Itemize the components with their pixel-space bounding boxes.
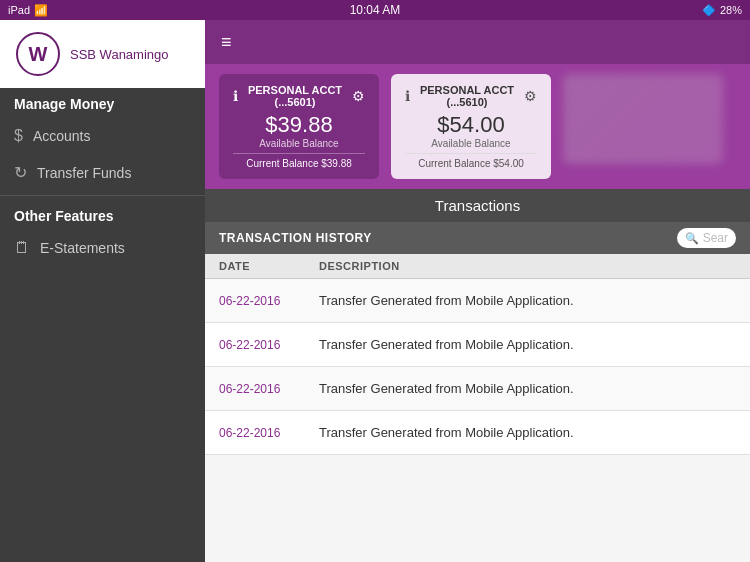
- account-available-2: Available Balance: [405, 138, 537, 149]
- account-card-2-header: ℹ PERSONAL ACCT (...5610) ⚙: [405, 84, 537, 108]
- table-header: DATE DESCRIPTION: [205, 254, 750, 279]
- gear-icon-2[interactable]: ⚙: [524, 88, 537, 104]
- info-icon-1[interactable]: ℹ: [233, 88, 238, 104]
- account-num-1: (...5601): [248, 96, 342, 108]
- tx-date: 06-22-2016: [219, 338, 319, 352]
- hamburger-menu[interactable]: ≡: [221, 32, 232, 53]
- sidebar-item-estatements[interactable]: 🗒 E-Statements: [0, 230, 205, 266]
- sidebar-item-accounts[interactable]: $ Accounts: [0, 118, 205, 154]
- table-row: 06-22-2016 Transfer Generated from Mobil…: [205, 323, 750, 367]
- main-content: ≡ ℹ PERSONAL ACCT (...5601) ⚙ $39.88 Ava…: [205, 20, 750, 562]
- bluetooth-icon: 🔷: [702, 4, 716, 17]
- info-icon-2[interactable]: ℹ: [405, 88, 410, 104]
- account-card-1-header: ℹ PERSONAL ACCT (...5601) ⚙: [233, 84, 365, 108]
- account-card-1[interactable]: ℹ PERSONAL ACCT (...5601) ⚙ $39.88 Avail…: [219, 74, 379, 179]
- logo-letter: W: [29, 43, 48, 66]
- account-available-1: Available Balance: [233, 138, 365, 149]
- top-bar: ≡: [205, 20, 750, 64]
- transfer-icon: ↻: [14, 163, 27, 182]
- tx-description: Transfer Generated from Mobile Applicati…: [319, 425, 736, 440]
- sidebar-item-accounts-label: Accounts: [33, 128, 91, 144]
- search-icon: 🔍: [685, 232, 699, 245]
- account-card-blurred: [563, 74, 723, 164]
- account-current-2: Current Balance $54.00: [405, 153, 537, 169]
- account-balance-2: $54.00: [405, 112, 537, 138]
- tx-description: Transfer Generated from Mobile Applicati…: [319, 337, 736, 352]
- dollar-icon: $: [14, 127, 23, 145]
- transaction-list: 06-22-2016 Transfer Generated from Mobil…: [205, 279, 750, 562]
- section-header-manage-money: Manage Money: [0, 88, 205, 118]
- account-title-1: PERSONAL ACCT: [248, 84, 342, 96]
- col-header-date: DATE: [219, 260, 319, 272]
- sidebar-item-transfer-funds[interactable]: ↻ Transfer Funds: [0, 154, 205, 191]
- table-row: 06-22-2016 Transfer Generated from Mobil…: [205, 411, 750, 455]
- account-balance-1: $39.88: [233, 112, 365, 138]
- tx-description: Transfer Generated from Mobile Applicati…: [319, 381, 736, 396]
- status-left: iPad 📶: [8, 4, 48, 17]
- app-container: W SSB Wanamingo Manage Money $ Accounts …: [0, 20, 750, 562]
- sidebar-divider: [0, 195, 205, 196]
- sidebar-logo: W SSB Wanamingo: [0, 20, 205, 88]
- tx-date: 06-22-2016: [219, 426, 319, 440]
- table-row: 06-22-2016 Transfer Generated from Mobil…: [205, 279, 750, 323]
- transactions-header: Transactions: [205, 189, 750, 222]
- document-icon: 🗒: [14, 239, 30, 257]
- account-current-1: Current Balance $39.88: [233, 153, 365, 169]
- transaction-history-bar: TRANSACTION HISTORY 🔍 Sear: [205, 222, 750, 254]
- gear-icon-1[interactable]: ⚙: [352, 88, 365, 104]
- history-label: TRANSACTION HISTORY: [219, 231, 372, 245]
- sidebar-item-transfer-label: Transfer Funds: [37, 165, 131, 181]
- accounts-area: ℹ PERSONAL ACCT (...5601) ⚙ $39.88 Avail…: [205, 64, 750, 189]
- tx-date: 06-22-2016: [219, 294, 319, 308]
- account-card-2[interactable]: ℹ PERSONAL ACCT (...5610) ⚙ $54.00 Avail…: [391, 74, 551, 179]
- section-header-other-features: Other Features: [0, 200, 205, 230]
- table-row: 06-22-2016 Transfer Generated from Mobil…: [205, 367, 750, 411]
- status-right: 🔷 28%: [702, 4, 742, 17]
- account-title-2: PERSONAL ACCT: [420, 84, 514, 96]
- sidebar: W SSB Wanamingo Manage Money $ Accounts …: [0, 20, 205, 562]
- search-box[interactable]: 🔍 Sear: [677, 228, 736, 248]
- status-time: 10:04 AM: [350, 3, 401, 17]
- logo-icon: W: [16, 32, 60, 76]
- wifi-icon: 📶: [34, 4, 48, 17]
- status-bar: iPad 📶 10:04 AM 🔷 28%: [0, 0, 750, 20]
- battery-level: 28%: [720, 4, 742, 16]
- transactions-title: Transactions: [435, 197, 520, 214]
- tx-description: Transfer Generated from Mobile Applicati…: [319, 293, 736, 308]
- tx-date: 06-22-2016: [219, 382, 319, 396]
- search-placeholder: Sear: [703, 231, 728, 245]
- account-num-2: (...5610): [420, 96, 514, 108]
- device-label: iPad: [8, 4, 30, 16]
- app-name: SSB Wanamingo: [70, 47, 169, 62]
- col-header-description: DESCRIPTION: [319, 260, 736, 272]
- sidebar-item-estatements-label: E-Statements: [40, 240, 125, 256]
